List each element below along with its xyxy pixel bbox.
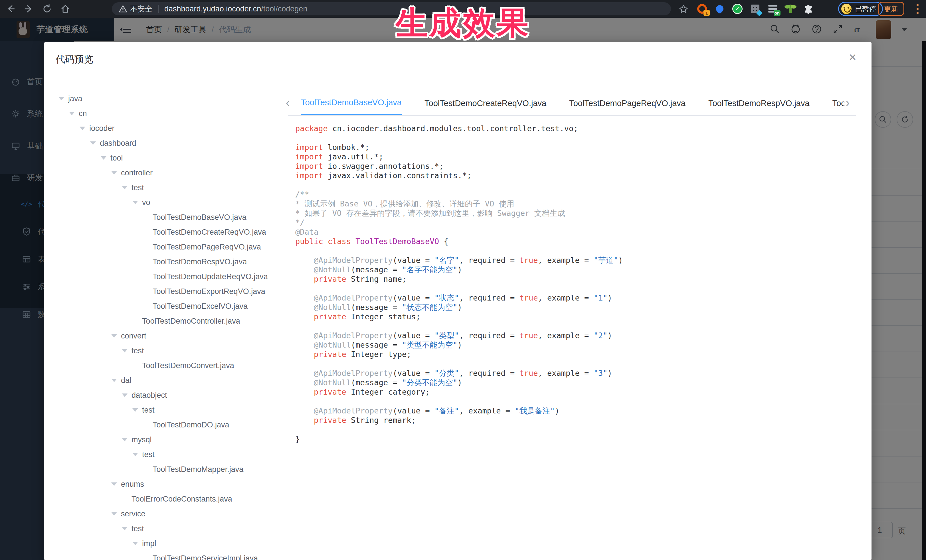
- tree-file[interactable]: ToolTestDemoController.java: [44, 314, 288, 329]
- code-line: [295, 425, 623, 434]
- browser-profile-button[interactable]: 已暂停: [838, 2, 883, 16]
- tree-expand-caret-icon[interactable]: [132, 408, 138, 412]
- extension-blue-pin[interactable]: [714, 3, 726, 15]
- sprout-icon: [789, 5, 792, 13]
- tree-expand-caret-icon[interactable]: [132, 201, 138, 204]
- extensions-puzzle-button[interactable]: [802, 3, 814, 15]
- file-tab[interactable]: ToolTestDemoCreateReqVO.java: [425, 91, 546, 115]
- tree-folder[interactable]: test: [44, 521, 288, 536]
- code-line: @ApiModelProperty(value = "类型", required…: [295, 331, 623, 340]
- tree-folder[interactable]: convert: [44, 329, 288, 343]
- extension-on-badge: on: [774, 10, 781, 16]
- tree-file[interactable]: ToolTestDemoServiceImpl.java: [44, 551, 288, 560]
- tree-folder[interactable]: iocoder: [44, 121, 288, 136]
- tree-node-label: ToolTestDemoController.java: [142, 317, 240, 326]
- browser-update-button[interactable]: 更新: [878, 2, 904, 16]
- tree-expand-caret-icon[interactable]: [122, 349, 127, 352]
- file-tab[interactable]: ToolTe: [832, 91, 844, 115]
- arrow-right-icon: [24, 4, 34, 14]
- code-line: @NotNull(message = "名字不能为空"): [295, 265, 623, 274]
- tree-folder[interactable]: service: [44, 506, 288, 521]
- tree-folder[interactable]: impl: [44, 536, 288, 551]
- tree-expand-caret-icon[interactable]: [122, 438, 127, 441]
- tree-file[interactable]: ToolErrorCodeConstants.java: [44, 492, 288, 506]
- tree-expand-caret-icon[interactable]: [122, 394, 127, 397]
- browser-home-button[interactable]: [57, 1, 73, 17]
- file-tab[interactable]: ToolTestDemoRespVO.java: [708, 91, 809, 115]
- address-bar[interactable]: 不安全 dashboard.yudao.iocoder.cn/tool/code…: [112, 2, 671, 15]
- file-tab[interactable]: ToolTestDemoBaseVO.java: [301, 91, 402, 115]
- extension-grid[interactable]: [749, 3, 761, 15]
- tree-node-label: ToolTestDemoRespVO.java: [153, 258, 247, 266]
- tree-expand-caret-icon[interactable]: [132, 542, 138, 545]
- tree-expand-caret-icon[interactable]: [122, 527, 127, 530]
- browser-reload-button[interactable]: [39, 1, 55, 17]
- tree-file[interactable]: ToolTestDemoPageReqVO.java: [44, 240, 288, 254]
- tree-folder[interactable]: test: [44, 343, 288, 358]
- browser-back-button[interactable]: [3, 1, 18, 17]
- code-line: import java.util.*;: [295, 152, 623, 162]
- code-line: [295, 397, 623, 406]
- tree-node-label: cn: [79, 109, 87, 118]
- tree-node-label: test: [142, 406, 154, 415]
- extension-orange[interactable]: 1: [696, 3, 708, 15]
- screen: 不安全 dashboard.yudao.iocoder.cn/tool/code…: [0, 0, 926, 560]
- tree-expand-caret-icon[interactable]: [101, 156, 106, 160]
- tree-expand-caret-icon[interactable]: [122, 186, 127, 189]
- tree-folder[interactable]: enums: [44, 477, 288, 492]
- tree-folder[interactable]: controller: [44, 165, 288, 180]
- site-warning[interactable]: 不安全: [119, 4, 152, 14]
- tree-expand-caret-icon[interactable]: [90, 142, 96, 145]
- tree-expand-caret-icon[interactable]: [132, 453, 138, 456]
- tree-file[interactable]: ToolTestDemoConvert.java: [44, 358, 288, 373]
- tree-file[interactable]: ToolTestDemoMapper.java: [44, 462, 288, 477]
- tree-expand-caret-icon[interactable]: [111, 512, 117, 516]
- browser-menu-button[interactable]: [912, 3, 923, 15]
- tree-file[interactable]: ToolTestDemoRespVO.java: [44, 254, 288, 269]
- browser-forward-button[interactable]: [21, 1, 36, 17]
- code-line: import io.swagger.annotations.*;: [295, 162, 623, 171]
- tree-folder[interactable]: cn: [44, 106, 288, 121]
- tree-expand-caret-icon[interactable]: [111, 334, 117, 338]
- file-tab[interactable]: ToolTestDemoPageReqVO.java: [569, 91, 685, 115]
- tree-expand-caret-icon[interactable]: [80, 127, 85, 130]
- tabs-prev-button[interactable]: ‹: [286, 97, 289, 109]
- tree-folder[interactable]: test: [44, 403, 288, 417]
- tabs-next-button[interactable]: ›: [846, 97, 850, 109]
- tree-folder[interactable]: test: [44, 447, 288, 462]
- tree-node-label: convert: [121, 332, 146, 340]
- puzzle-icon: [803, 4, 813, 14]
- tree-file[interactable]: ToolTestDemoDO.java: [44, 417, 288, 432]
- extension-plant[interactable]: [784, 3, 796, 15]
- tree-folder[interactable]: tool: [44, 151, 288, 165]
- tree-expand-caret-icon[interactable]: [59, 97, 64, 100]
- tree-file[interactable]: ToolTestDemoBaseVO.java: [44, 210, 288, 225]
- code-line: [295, 284, 623, 293]
- tree-expand-caret-icon[interactable]: [111, 483, 117, 486]
- security-label: 不安全: [130, 4, 152, 14]
- tree-expand-caret-icon[interactable]: [111, 379, 117, 382]
- tree-folder[interactable]: java: [44, 91, 288, 106]
- home-icon: [61, 4, 70, 14]
- file-tabs-bar: ‹ ToolTestDemoBaseVO.javaToolTestDemoCre…: [288, 91, 872, 116]
- tree-file[interactable]: ToolTestDemoExportReqVO.java: [44, 284, 288, 299]
- tree-folder[interactable]: mysql: [44, 432, 288, 447]
- tree-folder[interactable]: dashboard: [44, 136, 288, 151]
- tree-folder[interactable]: dataobject: [44, 388, 288, 403]
- tree-file[interactable]: ToolTestDemoExcelVO.java: [44, 299, 288, 314]
- tree-folder[interactable]: dal: [44, 373, 288, 388]
- tree-folder[interactable]: test: [44, 180, 288, 195]
- address-divider: [158, 5, 159, 13]
- bookmark-star-button[interactable]: [678, 4, 688, 15]
- url-path: /tool/codegen: [261, 5, 307, 14]
- tree-file[interactable]: ToolTestDemoUpdateReqVO.java: [44, 269, 288, 284]
- tree-expand-caret-icon[interactable]: [111, 171, 117, 175]
- tree-file[interactable]: ToolTestDemoCreateReqVO.java: [44, 225, 288, 240]
- extension-list[interactable]: on: [767, 3, 779, 15]
- tree-node-label: test: [132, 524, 144, 533]
- code-line: import lombok.*;: [295, 143, 623, 152]
- tree-folder[interactable]: vo: [44, 195, 288, 210]
- extension-green-circle[interactable]: ✓: [731, 3, 743, 15]
- dialog-close-button[interactable]: ✕: [849, 53, 857, 62]
- tree-expand-caret-icon[interactable]: [69, 112, 75, 115]
